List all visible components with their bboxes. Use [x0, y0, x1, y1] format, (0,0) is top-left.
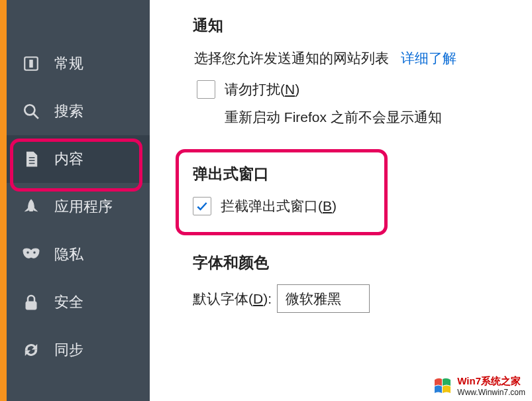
- sidebar-item-label: 搜索: [54, 101, 83, 121]
- default-font-select[interactable]: 微软雅黑: [277, 284, 370, 314]
- notifications-section: 通知 选择您允许发送通知的网站列表 详细了解 请勿打扰(N) 重新启动 Fire…: [193, 13, 532, 129]
- sidebar-item-content[interactable]: 内容: [7, 135, 150, 183]
- windows-logo-icon: [432, 376, 453, 397]
- learn-more-link[interactable]: 详细了解: [401, 47, 456, 70]
- svg-rect-9: [26, 302, 36, 310]
- popups-title: 弹出式窗口: [193, 162, 532, 186]
- popups-section: 弹出式窗口 拦截弹出式窗口(B): [193, 162, 532, 217]
- general-icon: [21, 54, 41, 74]
- sidebar-item-label: 隐私: [54, 245, 83, 264]
- mask-icon: [21, 245, 41, 264]
- default-font-label: 默认字体(D):: [193, 288, 272, 310]
- block-popups-label: 拦截弹出式窗口(B): [221, 195, 337, 217]
- notifications-note: 重新启动 Firefox 之前不会显示通知: [225, 106, 532, 129]
- do-not-disturb-label: 请勿打扰(N): [225, 78, 299, 101]
- sidebar-item-applications[interactable]: 应用程序: [7, 183, 150, 231]
- svg-line-3: [33, 113, 38, 119]
- block-popups-checkbox[interactable]: [193, 197, 211, 215]
- settings-main: 通知 选择您允许发送通知的网站列表 详细了解 请勿打扰(N) 重新启动 Fire…: [150, 0, 532, 401]
- sidebar-item-general[interactable]: 常规: [7, 40, 150, 87]
- fonts-title: 字体和颜色: [193, 251, 532, 275]
- do-not-disturb-row[interactable]: 请勿打扰(N): [197, 78, 532, 101]
- notifications-title: 通知: [193, 13, 532, 38]
- sidebar-item-search[interactable]: 搜索: [7, 87, 150, 135]
- notifications-desc: 选择您允许发送通知的网站列表: [194, 47, 389, 70]
- svg-point-2: [25, 105, 34, 115]
- svg-point-7: [27, 251, 29, 254]
- block-popups-row[interactable]: 拦截弹出式窗口(B): [193, 195, 532, 217]
- sidebar-item-label: 同步: [54, 340, 83, 360]
- sidebar-item-label: 应用程序: [54, 197, 113, 217]
- document-icon: [21, 149, 41, 169]
- svg-point-8: [33, 251, 36, 254]
- lock-icon: [21, 292, 41, 312]
- sidebar-item-privacy[interactable]: 隐私: [7, 231, 150, 278]
- sidebar-item-sync[interactable]: 同步: [7, 326, 150, 374]
- svg-rect-1: [30, 60, 32, 68]
- search-icon: [21, 101, 41, 121]
- do-not-disturb-checkbox[interactable]: [197, 80, 215, 99]
- rocket-icon: [21, 197, 41, 217]
- sidebar-item-label: 常规: [54, 54, 83, 74]
- sidebar-item-label: 内容: [54, 149, 83, 169]
- watermark-text: Win7系统之家 Www.Winwin7.com: [457, 375, 525, 397]
- watermark: Win7系统之家 Www.Winwin7.com: [432, 375, 525, 397]
- sidebar-item-label: 安全: [54, 292, 83, 312]
- sync-icon: [21, 340, 41, 360]
- sidebar-item-security[interactable]: 安全: [7, 278, 150, 326]
- settings-sidebar: 常规 搜索 内容 应用程序 隐私: [0, 0, 150, 401]
- fonts-section: 字体和颜色 默认字体(D): 微软雅黑: [193, 251, 532, 313]
